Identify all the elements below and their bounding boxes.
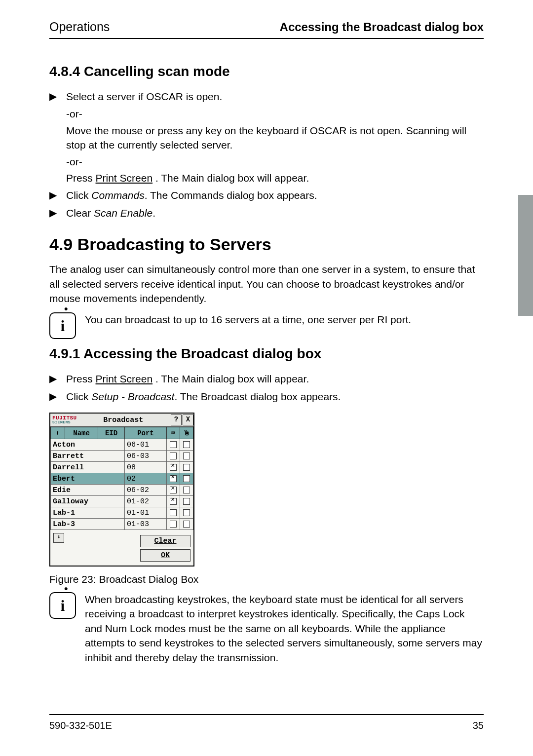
step-clear-scan: Clear Scan Enable. [66, 206, 484, 220]
cell-keyboard[interactable] [167, 485, 180, 496]
heading-4-8-4: 4.8.4 Cancelling scan mode [49, 64, 484, 79]
bullet-marker: ▶ [49, 389, 66, 403]
key-print-screen: Print Screen [96, 172, 153, 184]
cell-port: 01-02 [124, 496, 166, 507]
step-print-screen-2: Press Print Screen . The Main dialog box… [66, 372, 484, 386]
cell-port: 06-02 [124, 485, 166, 496]
bullet-marker: ▶ [49, 372, 66, 385]
cell-name: Acton [51, 439, 125, 451]
table-row[interactable]: Ebert02 [51, 473, 193, 485]
step-select-server: Select a server if OSCAR is open. [66, 89, 484, 104]
cell-name: Ebert [51, 473, 125, 485]
doc-number: 590-332-501E [49, 720, 112, 731]
cell-port: 08 [124, 462, 166, 473]
table-row[interactable]: Lab-101-01 [51, 507, 193, 519]
step-print-screen: Press Print Screen . The Main dialog box… [66, 171, 484, 185]
col-eid[interactable]: EID [98, 427, 125, 439]
cell-mouse[interactable] [180, 462, 193, 473]
cell-port: 01-03 [124, 519, 166, 530]
info-broadcast-limit: You can broadcast to up to 16 servers at… [85, 312, 484, 327]
side-tab [518, 195, 533, 316]
broadcast-table: ⬆ Name EID Port ⌨ 🖱 Acton06-01Barrett06-… [50, 427, 193, 530]
cell-keyboard[interactable] [167, 507, 180, 519]
table-row[interactable]: Galloway01-02 [51, 496, 193, 507]
cell-port: 06-01 [124, 439, 166, 451]
cell-name: Lab-3 [51, 519, 125, 530]
table-row[interactable]: Edie06-02 [51, 485, 193, 496]
cell-mouse[interactable] [180, 496, 193, 507]
para-broadcast-intro: The analog user can simultaneously contr… [49, 262, 484, 305]
page-footer: 590-332-501E 35 [49, 714, 484, 731]
or-divider: -or- [66, 154, 484, 169]
scroll-down-button[interactable]: ⬇ [53, 533, 64, 543]
bullet-marker: ▶ [49, 89, 66, 103]
broadcast-dialog: FUJITSU SIEMENS Broadcast ? X ⬆ Name EID… [49, 413, 194, 567]
running-head-right: Accessing the Broadcast dialog box [280, 20, 484, 34]
running-head-left: Operations [49, 20, 110, 34]
heading-4-9: 4.9 Broadcasting to Servers [49, 235, 484, 254]
bullet-marker: ▶ [49, 206, 66, 220]
heading-4-9-1: 4.9.1 Accessing the Broadcast dialog box [49, 346, 484, 362]
info-keyboard-state: When broadcasting keystrokes, the keyboa… [85, 592, 484, 665]
page-number: 35 [473, 720, 484, 731]
cell-keyboard[interactable] [167, 496, 180, 507]
table-row[interactable]: Barrett06-03 [51, 451, 193, 462]
scroll-up-button[interactable]: ⬆ [51, 427, 65, 439]
cell-mouse[interactable] [180, 485, 193, 496]
dialog-title: Broadcast [77, 416, 170, 424]
info-icon: ●i [49, 592, 76, 619]
cell-mouse[interactable] [180, 451, 193, 462]
help-button[interactable]: ? [171, 415, 182, 425]
cell-name: Barrett [51, 451, 125, 462]
col-port[interactable]: Port [124, 427, 166, 439]
cell-name: Edie [51, 485, 125, 496]
cell-mouse[interactable] [180, 439, 193, 451]
step-click-setup-broadcast: Click Setup - Broadcast. The Broadcast d… [66, 389, 484, 404]
col-name[interactable]: Name [65, 427, 98, 439]
running-head: Operations Accessing the Broadcast dialo… [49, 20, 484, 39]
cell-keyboard[interactable] [167, 439, 180, 451]
cell-port: 02 [124, 473, 166, 485]
cell-keyboard[interactable] [167, 473, 180, 485]
keyboard-icon: ⌨ [167, 427, 180, 439]
table-row[interactable]: Lab-301-03 [51, 519, 193, 530]
key-print-screen: Print Screen [96, 373, 153, 384]
table-row[interactable]: Acton06-01 [51, 439, 193, 451]
cell-mouse[interactable] [180, 473, 193, 485]
close-button[interactable]: X [183, 415, 193, 425]
step-click-commands: Click Commands. The Commands dialog box … [66, 188, 484, 202]
cell-keyboard[interactable] [167, 519, 180, 530]
cell-port: 06-03 [124, 451, 166, 462]
cell-mouse[interactable] [180, 507, 193, 519]
ok-button[interactable]: OK [140, 549, 190, 562]
mouse-icon: 🖱 [180, 427, 193, 439]
cell-keyboard[interactable] [167, 462, 180, 473]
cell-keyboard[interactable] [167, 451, 180, 462]
figure-caption: Figure 23: Broadcast Dialog Box [49, 573, 484, 585]
table-row[interactable]: Darrell08 [51, 462, 193, 473]
bullet-marker: ▶ [49, 188, 66, 202]
cell-mouse[interactable] [180, 519, 193, 530]
cell-port: 01-01 [124, 507, 166, 519]
or-divider: -or- [66, 107, 484, 121]
cell-name: Galloway [51, 496, 125, 507]
clear-button[interactable]: Clear [140, 535, 190, 547]
step-move-mouse: Move the mouse or press any key on the k… [66, 123, 484, 152]
cell-name: Darrell [51, 462, 125, 473]
cell-name: Lab-1 [51, 507, 125, 519]
info-icon: ●i [49, 312, 76, 339]
dialog-brand: FUJITSU SIEMENS [52, 416, 77, 424]
